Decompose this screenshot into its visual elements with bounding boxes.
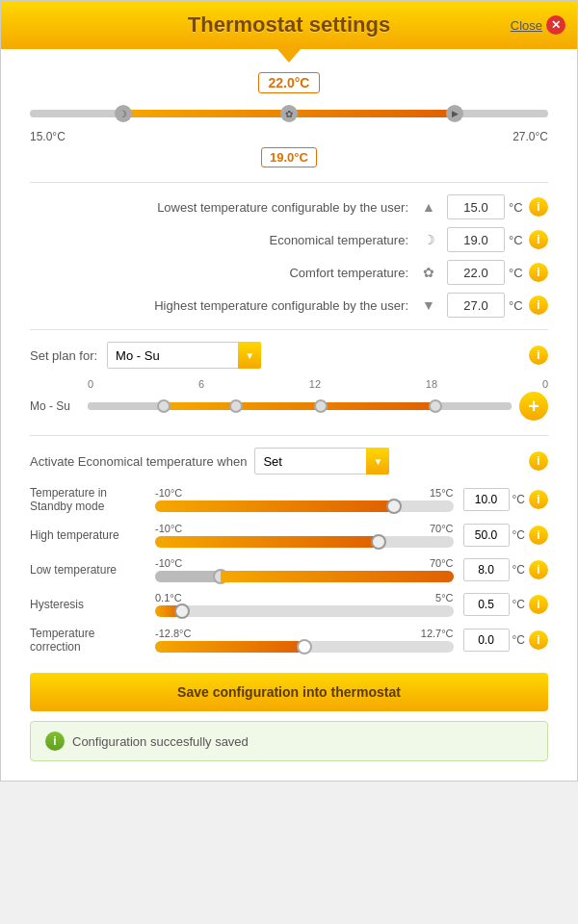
settings-section: Lowest temperature configurable by the u…	[30, 194, 548, 318]
slider-label-correction: Temperaturecorrection	[30, 627, 155, 654]
timeline-thumb-2[interactable]	[229, 399, 243, 413]
close-icon[interactable]: ✕	[546, 15, 565, 35]
slider-range-high: -10°C 70°C	[155, 523, 454, 534]
slider-label-high: High temperature	[30, 528, 155, 542]
slider-value-hysteresis[interactable]	[463, 593, 510, 616]
setting-unit-lowest: °C	[509, 200, 523, 215]
arrow-down-icon: ▼	[418, 295, 439, 316]
info-icon-correction[interactable]: i	[529, 630, 548, 650]
slider-fill-high	[155, 536, 379, 548]
plan-label: Set plan for:	[30, 348, 97, 363]
plan-select[interactable]: Mo - Su Mo - Fr Sa - Su	[107, 342, 261, 369]
timeline-num-18: 18	[426, 378, 437, 390]
info-icon-low[interactable]: i	[529, 560, 548, 579]
slider-track-low[interactable]	[155, 571, 454, 582]
timeline-label: Mo - Su	[30, 399, 80, 413]
slider-unit-hysteresis: °C	[512, 598, 525, 611]
setting-row-lowest: Lowest temperature configurable by the u…	[30, 194, 548, 219]
min-temp-label: 15.0°C	[30, 130, 66, 143]
slider-thumb-correction[interactable]	[297, 639, 312, 654]
info-icon-eco[interactable]: i	[529, 230, 548, 249]
slider-track-area-high: -10°C 70°C	[155, 523, 454, 548]
timeline-fill-gray-left	[88, 402, 164, 410]
slider-range-hysteresis: 0.1°C 5°C	[155, 592, 454, 603]
slider-unit-high: °C	[512, 528, 525, 542]
slider-max-correction: 12.7°C	[421, 628, 454, 639]
sun-icon: ✿	[418, 262, 439, 283]
setting-label-highest: Highest temperature configurable by the …	[30, 298, 418, 313]
activate-select[interactable]: Set Away Always Never	[254, 448, 389, 475]
slider-row-correction: Temperaturecorrection -12.8°C 12.7°C °C …	[30, 627, 548, 654]
setting-input-comfort[interactable]	[447, 260, 505, 285]
header: Thermostat settings Close ✕	[1, 1, 577, 49]
success-icon: i	[45, 732, 65, 751]
setting-input-lowest[interactable]	[447, 194, 505, 219]
setting-unit-comfort: °C	[509, 266, 523, 280]
close-label[interactable]: Close	[511, 18, 542, 33]
info-icon-lowest[interactable]: i	[529, 197, 548, 217]
save-section: Save configuration into thermostat i Con…	[30, 673, 548, 761]
activate-select-wrapper: Set Away Always Never ▼	[254, 448, 389, 475]
slider-input-area-correction: °C i	[463, 629, 548, 652]
slider-thumb-standby[interactable]	[386, 499, 402, 514]
timeline-thumb-3[interactable]	[314, 399, 328, 413]
info-icon-highest[interactable]: i	[529, 295, 548, 315]
slider-input-area-low: °C i	[463, 558, 548, 581]
slider-value-high[interactable]	[463, 524, 510, 547]
timeline-thumb-1[interactable]	[157, 399, 171, 413]
current-temp-badge: 22.0°C	[258, 72, 321, 93]
close-button[interactable]: Close ✕	[511, 15, 565, 35]
slider-row-standby: Temperature inStandby mode -10°C 15°C °C…	[30, 486, 548, 513]
slider-value-low[interactable]	[463, 558, 510, 581]
slider-range-low: -10°C 70°C	[155, 557, 454, 569]
success-message: i Configuration succesfully saved	[30, 721, 548, 761]
slider-track-high[interactable]	[155, 536, 454, 548]
slider-range-correction: -12.8°C 12.7°C	[155, 628, 454, 639]
page-title: Thermostat settings	[188, 13, 390, 38]
setting-row-eco: Economical temperature: ☽ °C i	[30, 227, 548, 252]
plan-select-wrapper: Mo - Su Mo - Fr Sa - Su ▼	[107, 342, 261, 369]
info-icon-standby[interactable]: i	[529, 490, 548, 509]
slider-track-correction[interactable]	[155, 641, 454, 653]
moon-icon: ☽	[418, 229, 439, 250]
slider-value-correction[interactable]	[463, 629, 510, 652]
slider-label-low: Low temperature	[30, 563, 155, 577]
save-button[interactable]: Save configuration into thermostat	[30, 673, 548, 711]
slider-track-hysteresis[interactable]	[155, 605, 454, 617]
top-slider-labels: 15.0°C 27.0°C	[30, 130, 548, 143]
slider-thumb-hysteresis[interactable]	[174, 603, 190, 619]
setting-input-eco[interactable]	[447, 227, 505, 252]
slider-min-standby: -10°C	[155, 487, 182, 499]
slider-min-low: -10°C	[155, 557, 182, 569]
slider-thumb-high[interactable]	[371, 534, 386, 550]
slider-settings-section: Temperature inStandby mode -10°C 15°C °C…	[30, 486, 548, 654]
add-timeline-button[interactable]: +	[519, 392, 548, 421]
timeline-thumb-4[interactable]	[429, 399, 442, 413]
slider-max-hysteresis: 5°C	[435, 592, 453, 603]
timeline-numbers: 0 6 12 18 0	[30, 378, 548, 390]
setting-label-lowest: Lowest temperature configurable by the u…	[30, 200, 418, 215]
timeline-track-wrapper[interactable]	[88, 397, 512, 416]
info-icon-comfort[interactable]: i	[529, 263, 548, 282]
info-icon-plan[interactable]: i	[529, 346, 548, 365]
top-slider-section: 22.0°C ☽ ✿ ▶ 15.0°C 27.0°C 19.0°C	[30, 72, 548, 167]
slider-track-standby[interactable]	[155, 500, 454, 512]
timeline-num-6: 6	[198, 378, 204, 390]
top-slider[interactable]: ☽ ✿ ▶	[30, 99, 548, 128]
timeline-fill-orange	[164, 402, 435, 410]
plan-info-icon[interactable]: i	[523, 346, 548, 365]
slider-label-standby: Temperature inStandby mode	[30, 486, 155, 513]
slider-fill-low-left	[155, 571, 221, 582]
slider-unit-standby: °C	[512, 493, 525, 506]
setting-input-highest[interactable]	[447, 293, 505, 318]
slider-row-low: Low temperature -10°C 70°C °C i	[30, 557, 548, 582]
info-icon-hysteresis[interactable]: i	[529, 595, 548, 614]
header-pointer	[277, 49, 301, 63]
timeline-num-24: 0	[542, 378, 548, 390]
setting-row-comfort: Comfort temperature: ✿ °C i	[30, 260, 548, 285]
info-icon-activate[interactable]: i	[529, 451, 548, 471]
slider-row-high: High temperature -10°C 70°C °C i	[30, 523, 548, 548]
info-icon-high[interactable]: i	[529, 526, 548, 545]
slider-value-standby[interactable]	[463, 488, 510, 511]
slider-min-correction: -12.8°C	[155, 628, 191, 639]
